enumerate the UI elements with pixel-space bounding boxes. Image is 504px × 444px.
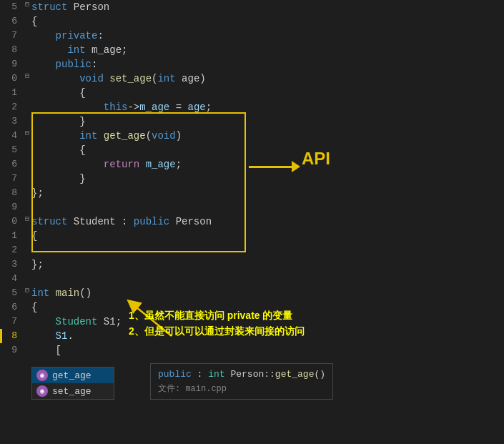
line-num-18: 8 (0, 186, 23, 200)
line-num-12: 2 (0, 100, 23, 114)
line-content-12: this->m_age = age; (31, 100, 504, 114)
line-num-9: 9 (0, 57, 23, 71)
line-content-9: public: (31, 57, 504, 71)
line-num-25: 5 (0, 286, 23, 300)
annotation-text: 1、虽然不能直接访问 private 的变量 2、但是可以可以通过封装来间接的访… (129, 307, 305, 339)
method-icon-get-age: ◉ (36, 370, 48, 381)
line-content-17: } (31, 172, 504, 186)
code-line-18: 8 }; (0, 186, 504, 200)
line-content-20: struct Student : public Person (31, 214, 504, 229)
line-content-14: int get_age(void) (31, 129, 504, 143)
line-num-19: 9 (0, 200, 23, 214)
annotation-line2: 2、但是可以可以通过封装来间接的访问 (129, 323, 305, 339)
code-line-5: 5 ⊟ struct Person (0, 0, 504, 14)
annotation-line1: 1、虽然不能直接访问 private 的变量 (129, 307, 305, 323)
code-line-6: 6 { (0, 14, 504, 29)
code-line-10: 0 ⊟ void set_age(int age) (0, 71, 504, 86)
method-icon-set-age: ◉ (36, 385, 48, 397)
autocomplete-dropdown[interactable]: ◉ get_age ◉ set_age (31, 367, 114, 400)
line-content-5: struct Person (31, 0, 504, 14)
line-content-8: int m_age; (31, 43, 504, 57)
code-line-29: 9 [ (0, 343, 504, 357)
gutter-14[interactable]: ⊟ (23, 129, 31, 137)
gutter-20[interactable]: ⊟ (23, 214, 31, 223)
line-num-7: 7 (0, 29, 23, 43)
line-num-20: 0 (0, 214, 23, 229)
line-content-22 (31, 243, 504, 257)
line-content-15: { (31, 143, 504, 157)
code-line-12: 2 this->m_age = age; (0, 100, 504, 114)
code-line-23: 3 }; (0, 257, 504, 272)
line-num-8: 8 (0, 43, 23, 57)
line-content-18: }; (31, 186, 504, 200)
code-line-11: 1 { (0, 86, 504, 100)
autocomplete-item-set-age[interactable]: ◉ set_age (32, 383, 114, 399)
line-content-7: private: (31, 29, 504, 43)
autocomplete-label-get-age: get_age (52, 370, 109, 381)
api-arrow (249, 161, 300, 172)
line-num-14: 4 (0, 129, 23, 143)
line-num-29: 9 (0, 343, 23, 357)
line-num-21: 1 (0, 229, 23, 243)
line-content-24 (31, 272, 504, 286)
line-num-24: 4 (0, 272, 23, 286)
line-content-10: void set_age(int age) (31, 71, 504, 86)
line-num-13: 3 (0, 114, 23, 129)
line-content-11: { (31, 86, 504, 100)
code-line-20: 0 ⊟ struct Student : public Person (0, 214, 504, 229)
line-num-26: 6 (0, 300, 23, 315)
line-content-25: int main() (31, 286, 504, 300)
tooltip-signature: public : int Person::get_age() (158, 368, 325, 381)
autocomplete-item-get-age[interactable]: ◉ get_age (32, 367, 114, 383)
line-num-16: 6 (0, 157, 23, 172)
line-num-5: 5 (0, 0, 23, 14)
tooltip-file: 文件: main.cpp (158, 383, 325, 395)
code-line-14: 4 ⊟ int get_age(void) (0, 129, 504, 143)
line-num-6: 6 (0, 14, 23, 29)
line-content-13: } (31, 114, 504, 129)
line-num-27: 7 (0, 315, 23, 329)
line-num-10: 0 (0, 71, 23, 86)
line-num-23: 3 (0, 257, 23, 272)
code-line-22: 2 (0, 243, 504, 257)
line-content-19 (31, 200, 504, 214)
gutter-5[interactable]: ⊟ (23, 0, 31, 9)
line-num-22: 2 (0, 243, 23, 257)
code-line-21: 1 { (0, 229, 504, 243)
code-line-13: 3 } (0, 114, 504, 129)
code-line-9: 9 public: (0, 57, 504, 71)
autocomplete-label-set-age: set_age (52, 386, 109, 397)
gutter-25[interactable]: ⊟ (23, 286, 31, 295)
line-num-15: 5 (0, 143, 23, 157)
code-line-19: 9 (0, 200, 504, 214)
line-content-21: { (31, 229, 504, 243)
api-label: API (302, 149, 330, 169)
tooltip-panel: public : int Person::get_age() 文件: main.… (150, 363, 333, 400)
line-content-23: }; (31, 257, 504, 272)
code-line-8: 8 int m_age; (0, 43, 504, 57)
api-arrow-head (292, 161, 300, 172)
code-line-25: 5 ⊟ int main() (0, 286, 504, 300)
gutter-10[interactable]: ⊟ (23, 71, 31, 80)
line-content-6: { (31, 14, 504, 29)
code-line-24: 4 (0, 272, 504, 286)
line-content-29: [ (31, 343, 504, 357)
code-line-7: 7 private: (0, 29, 504, 43)
line-num-11: 1 (0, 86, 23, 100)
line-num-17: 7 (0, 172, 23, 186)
code-line-17: 7 } (0, 172, 504, 186)
code-editor: 5 ⊟ struct Person 6 { 7 private: 8 int m… (0, 0, 504, 444)
code-line-15: 5 { (0, 143, 504, 157)
line-num-28: 8 (0, 329, 23, 343)
api-arrow-line (249, 166, 292, 168)
